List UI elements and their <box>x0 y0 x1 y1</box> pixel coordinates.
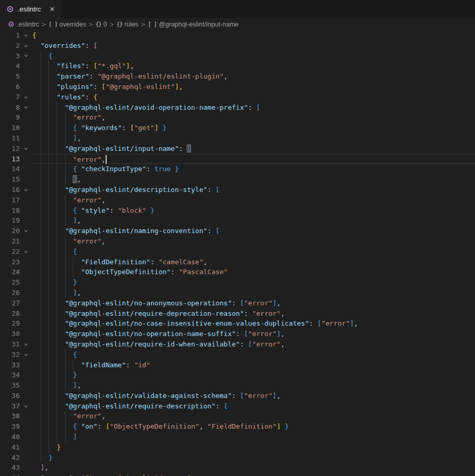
code-line[interactable]: 30 "@graphql-eslint/no-operation-name-su… <box>0 329 475 339</box>
line-number[interactable]: 1 <box>0 30 20 41</box>
line-number[interactable]: 3 <box>0 51 20 61</box>
line-number[interactable]: 6 <box>0 82 20 92</box>
code-line[interactable]: 2 "overrides": [ <box>0 41 475 51</box>
line-number[interactable]: 25 <box>0 277 20 288</box>
line-number[interactable]: 34 <box>0 370 20 380</box>
line-number[interactable]: 28 <box>0 308 20 319</box>
line-number[interactable]: 20 <box>0 226 20 236</box>
chevron-down-fold-icon[interactable] <box>20 102 32 113</box>
line-number[interactable]: 12 <box>0 144 20 154</box>
line-number[interactable]: 32 <box>0 350 20 360</box>
line-number[interactable]: 13 <box>0 154 20 164</box>
code-line[interactable]: 17 "error", <box>0 195 475 205</box>
tab-eslintrc[interactable]: .eslintrc × <box>0 0 61 18</box>
code-line[interactable]: 44 "parser": "@typescript-eslint/parser" <box>0 473 475 476</box>
line-number[interactable]: 29 <box>0 318 20 329</box>
chevron-down-fold-icon[interactable] <box>20 247 32 257</box>
code-line[interactable]: 37 "@graphql-eslint/require-description"… <box>0 401 475 411</box>
code-line[interactable]: 5 "parser": "@graphql-eslint/eslint-plug… <box>0 71 475 82</box>
line-number[interactable]: 16 <box>0 185 20 195</box>
line-number[interactable]: 22 <box>0 247 20 257</box>
code-line[interactable]: 15 ], <box>0 174 475 185</box>
line-number[interactable]: 30 <box>0 329 20 339</box>
code-line[interactable]: 14 { "checkInputType": true } <box>0 164 475 174</box>
code-line[interactable]: 20 "@graphql-eslint/naming-convention": … <box>0 226 475 236</box>
code-line[interactable]: 42 } <box>0 453 475 463</box>
line-number[interactable]: 2 <box>0 41 20 51</box>
chevron-down-fold-icon[interactable] <box>20 401 32 411</box>
chevron-down-fold-icon[interactable] <box>20 350 32 360</box>
code-line[interactable]: 11 ], <box>0 133 475 144</box>
line-number[interactable]: 15 <box>0 174 20 185</box>
chevron-down-fold-icon[interactable] <box>20 92 32 102</box>
code-line[interactable]: 38 "error", <box>0 411 475 421</box>
code-line[interactable]: 36 "@graphql-eslint/validate-against-sch… <box>0 391 475 401</box>
code-line[interactable]: 1{ <box>0 30 475 41</box>
code-line[interactable]: 16 "@graphql-eslint/description-style": … <box>0 185 475 195</box>
line-number[interactable]: 26 <box>0 288 20 298</box>
line-number[interactable]: 41 <box>0 442 20 453</box>
line-number[interactable]: 38 <box>0 411 20 421</box>
code-line[interactable]: 4 "files": ["*.gql"], <box>0 61 475 71</box>
code-line[interactable]: 43 ], <box>0 462 475 473</box>
line-number[interactable]: 37 <box>0 401 20 411</box>
chevron-down-fold-icon[interactable] <box>20 30 32 41</box>
line-number[interactable]: 14 <box>0 164 20 174</box>
line-number[interactable]: 36 <box>0 391 20 401</box>
code-line[interactable]: 23 "FieldDefinition": "camelCase", <box>0 257 475 267</box>
breadcrumb-item[interactable]: .eslintrc <box>8 21 39 28</box>
line-number[interactable]: 4 <box>0 61 20 71</box>
code-line[interactable]: 32 { <box>0 350 475 360</box>
breadcrumb-item[interactable]: [ ]@graphql-eslint/input-name <box>148 21 239 28</box>
line-number[interactable]: 33 <box>0 360 20 370</box>
code-line[interactable]: 22 { <box>0 247 475 257</box>
line-number[interactable]: 43 <box>0 462 20 473</box>
line-number[interactable]: 19 <box>0 215 20 226</box>
breadcrumb-item[interactable]: [ ]overrides <box>48 21 86 28</box>
code-line[interactable]: 35 ], <box>0 380 475 391</box>
chevron-down-fold-icon[interactable] <box>20 51 32 61</box>
chevron-down-fold-icon[interactable] <box>20 41 32 51</box>
code-line[interactable]: 21 "error", <box>0 236 475 247</box>
code-line[interactable]: 27 "@graphql-eslint/no-anonymous-operati… <box>0 298 475 308</box>
line-number[interactable]: 23 <box>0 257 20 267</box>
code-line[interactable]: 19 ], <box>0 215 475 226</box>
line-number[interactable]: 5 <box>0 71 20 82</box>
line-number[interactable]: 9 <box>0 112 20 123</box>
chevron-down-fold-icon[interactable] <box>20 226 32 236</box>
line-number[interactable]: 10 <box>0 123 20 133</box>
line-number[interactable]: 35 <box>0 380 20 391</box>
code-line[interactable]: 8 "@graphql-eslint/avoid-operation-name-… <box>0 102 475 113</box>
code-line[interactable]: 18 { "style": "block" } <box>0 205 475 216</box>
code-line[interactable]: 3 { <box>0 51 475 61</box>
code-line[interactable]: 34 } <box>0 370 475 380</box>
line-number[interactable]: 31 <box>0 339 20 350</box>
chevron-down-fold-icon[interactable] <box>20 144 32 154</box>
code-line[interactable]: 40 ] <box>0 432 475 442</box>
code-line[interactable]: 7 "rules": { <box>0 92 475 102</box>
line-number[interactable]: 44 <box>0 473 20 476</box>
line-number[interactable]: 17 <box>0 195 20 205</box>
line-number[interactable]: 8 <box>0 102 20 113</box>
code-line[interactable]: 33 "fieldName": "id" <box>0 360 475 370</box>
code-line[interactable]: 41 } <box>0 442 475 453</box>
code-line[interactable]: 9 "error", <box>0 112 475 123</box>
line-number[interactable]: 7 <box>0 92 20 102</box>
code-line[interactable]: 26 ], <box>0 288 475 298</box>
code-line[interactable]: 25 } <box>0 277 475 288</box>
line-number[interactable]: 39 <box>0 421 20 432</box>
chevron-down-fold-icon[interactable] <box>20 339 32 350</box>
line-number[interactable]: 40 <box>0 432 20 442</box>
line-number[interactable]: 24 <box>0 267 20 277</box>
code-line[interactable]: 13 "error", <box>0 154 475 164</box>
breadcrumb-item[interactable]: {}0 <box>96 21 107 28</box>
line-number[interactable]: 21 <box>0 236 20 247</box>
code-line[interactable]: 31 "@graphql-eslint/require-id-when-avai… <box>0 339 475 350</box>
code-line[interactable]: 10 { "keywords": ["get"] } <box>0 123 475 133</box>
code-line[interactable]: 29 "@graphql-eslint/no-case-insensitive-… <box>0 318 475 329</box>
chevron-down-fold-icon[interactable] <box>20 185 32 195</box>
code-line[interactable]: 6 "plugins": ["@graphql-eslint"], <box>0 82 475 92</box>
editor[interactable]: 1{2 "overrides": [3 {4 "files": ["*.gql"… <box>0 30 475 476</box>
line-number[interactable]: 18 <box>0 205 20 216</box>
code-line[interactable]: 39 { "on": ["ObjectTypeDefinition", "Fie… <box>0 421 475 432</box>
